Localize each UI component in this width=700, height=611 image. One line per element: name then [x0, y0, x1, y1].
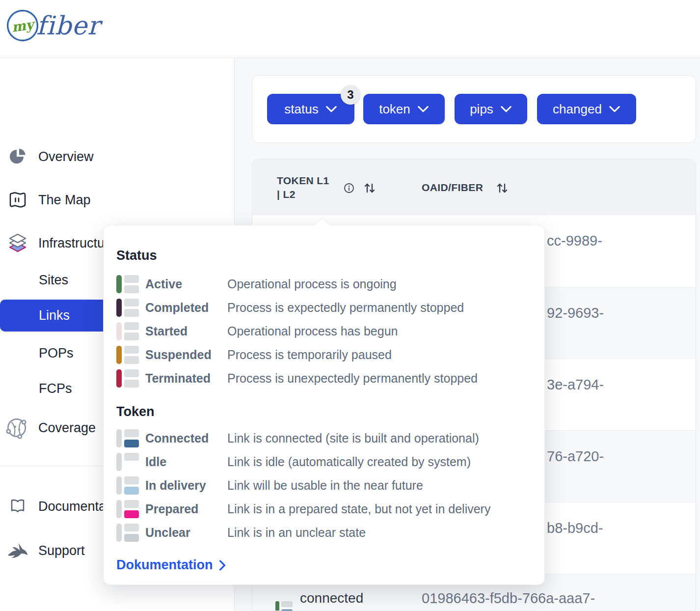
column-header-token-line2: | L2	[277, 188, 329, 201]
sidebar-label-fcps: FCPs	[39, 381, 72, 396]
legend-label: Idle	[145, 455, 166, 469]
token-prepared-icon	[116, 500, 139, 518]
token-idle-icon	[116, 453, 139, 471]
dokumentation-link[interactable]: Dokumentation	[116, 557, 226, 573]
legend-label: Active	[145, 277, 182, 291]
globe-network-icon	[4, 415, 29, 441]
legend-item-terminated: Terminated Process is unexpectedly perma…	[116, 368, 534, 389]
filter-status-count-badge: 3	[341, 85, 360, 105]
legend-description: Operational process is ongoing	[227, 277, 397, 291]
row-oaid-fragment: cc-9989-	[547, 233, 602, 249]
legend-description: Process is temporarily paused	[227, 348, 392, 362]
status-suspended-icon	[116, 346, 139, 364]
logo-fiber-text: fiber	[36, 11, 100, 40]
status-completed-icon	[116, 299, 139, 317]
row-oaid-fragment: 92-9693-	[547, 305, 604, 321]
legend-description: Link is in an unclear state	[227, 526, 366, 540]
sidebar-label-support: Support	[38, 543, 85, 558]
legend-description: Link is idle (automatically created by s…	[227, 455, 471, 469]
filter-button-pips[interactable]: pips	[455, 94, 527, 124]
sidebar-label-overview: Overview	[38, 149, 94, 165]
pie-chart-icon	[7, 146, 28, 167]
legend-item-active: Active Operational process is ongoing	[116, 274, 534, 295]
legend-item-connected: Connected Link is connected (site is bui…	[116, 428, 534, 449]
sort-icon-token[interactable]	[362, 181, 377, 195]
info-icon[interactable]	[344, 183, 354, 194]
sort-icon-oaid[interactable]	[495, 181, 510, 195]
chevron-down-icon	[500, 106, 512, 112]
row-oaid-fragment: b8-b9cd-	[547, 520, 603, 536]
status-started-icon	[116, 322, 139, 340]
legend-description: Link will be usable in the near future	[227, 478, 423, 493]
filter-button-status[interactable]: status 3	[267, 94, 354, 124]
filter-bar: status 3 token pips changed	[252, 75, 696, 143]
status-active-icon	[116, 275, 139, 293]
filter-button-changed[interactable]: changed	[537, 94, 636, 124]
legend-item-unclear: Unclear Link is in an unclear state	[116, 522, 534, 544]
chevron-down-icon	[325, 106, 337, 112]
legend-label: Started	[145, 324, 188, 338]
filter-label-pips: pips	[470, 102, 493, 117]
map-icon	[7, 189, 28, 211]
legend-label: Suspended	[145, 348, 212, 362]
myfiber-logo[interactable]: my fiber	[7, 10, 100, 41]
sidebar-label-pops: POPs	[39, 346, 74, 361]
filter-label-token: token	[379, 102, 410, 117]
legend-label: Connected	[145, 431, 209, 445]
column-header-token-line1: TOKEN L1	[277, 174, 329, 188]
legend-label: Terminated	[145, 371, 211, 386]
legend-item-prepared: Prepared Link is in a prepared state, bu…	[116, 499, 534, 520]
legend-item-in-delivery: In delivery Link will be usable in the n…	[116, 475, 534, 497]
top-header: my fiber	[0, 0, 700, 58]
legend-description: Operational process has begun	[227, 324, 398, 338]
page: my fiber Overview The Map	[0, 0, 700, 611]
legend-item-started: Started Operational process has begun	[116, 321, 534, 342]
legend-description: Process is expectedly permanently stoppe…	[227, 301, 464, 315]
token-unclear-icon	[116, 524, 139, 542]
legend-item-suspended: Suspended Process is temporarily paused	[116, 344, 534, 366]
legend-label: Completed	[145, 301, 209, 315]
legend-label: Prepared	[145, 502, 198, 516]
row-oaid-fragment: 76-a720-	[547, 448, 604, 465]
legend-label: In delivery	[145, 478, 206, 493]
status-terminated-icon	[116, 369, 139, 388]
row-token-label: connected	[300, 590, 363, 606]
layers-icon	[7, 232, 28, 254]
column-header-token[interactable]: TOKEN L1 | L2	[277, 174, 329, 201]
sidebar-item-the-map[interactable]: The Map	[0, 188, 235, 212]
filter-button-token[interactable]: token	[363, 94, 445, 124]
filter-label-changed: changed	[553, 102, 602, 117]
token-in-delivery-icon	[116, 476, 139, 495]
legend-description: Link is connected (site is built and ope…	[227, 431, 479, 445]
popover-status-heading: Status	[116, 248, 157, 263]
row-oaid-value: 01986463-f5db-766a-aaa7-	[422, 590, 595, 607]
legend-item-completed: Completed Process is expectedly permanen…	[116, 297, 534, 319]
bird-icon	[7, 540, 28, 561]
legend-popover: Status Active Operational process is ong…	[103, 225, 545, 585]
legend-description: Link is in a prepared state, but not yet…	[227, 502, 490, 516]
column-header-oaid-fiber[interactable]: OAID/FIBER	[422, 182, 483, 194]
legend-item-idle: Idle Link is idle (automatically created…	[116, 451, 534, 473]
chevron-down-icon	[609, 106, 620, 112]
sidebar-label-links: Links	[39, 308, 70, 323]
table-header: TOKEN L1 | L2 OAID/FIBER	[252, 159, 696, 215]
filter-label-status: status	[284, 102, 318, 117]
legend-description: Process is unexpectedly permanently stop…	[227, 371, 478, 386]
row-oaid-fragment: 3e-a794-	[547, 377, 604, 393]
chevron-down-icon	[417, 106, 429, 112]
logo-circle-icon: my	[5, 8, 40, 43]
row-status-token-icon	[275, 601, 293, 611]
chevron-right-icon	[219, 560, 226, 571]
token-connected-icon	[116, 429, 139, 447]
sidebar-label-coverage: Coverage	[38, 420, 96, 436]
popover-token-heading: Token	[116, 404, 155, 419]
sidebar-label-the-map: The Map	[38, 193, 91, 208]
sidebar-label-sites: Sites	[39, 273, 68, 288]
legend-label: Unclear	[145, 526, 190, 540]
logo-my-text: my	[11, 17, 34, 35]
dokumentation-link-label: Dokumentation	[116, 557, 213, 573]
open-book-icon	[7, 496, 28, 517]
sidebar-item-overview[interactable]: Overview	[0, 145, 235, 168]
